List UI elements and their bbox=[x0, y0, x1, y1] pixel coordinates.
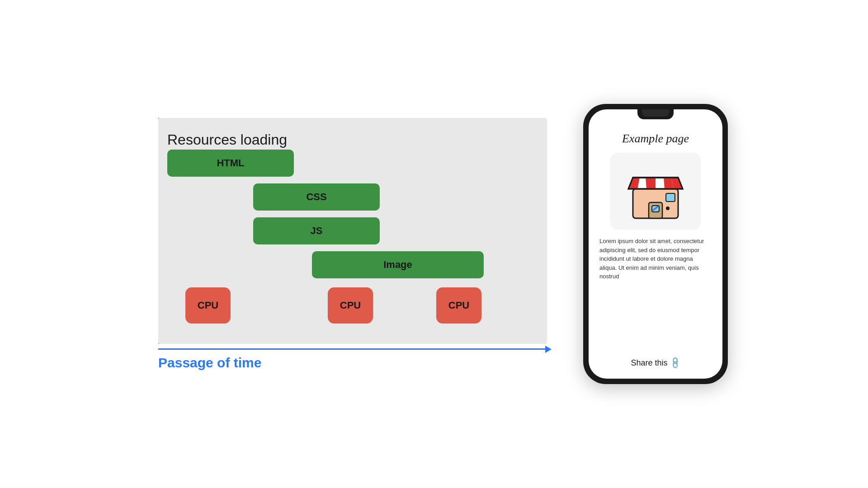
link-icon: 🔗 bbox=[668, 356, 682, 370]
time-axis-line bbox=[158, 348, 547, 350]
time-label: Passage of time bbox=[158, 355, 261, 371]
store-image-card bbox=[610, 153, 701, 230]
js-bar: JS bbox=[253, 217, 380, 244]
svg-point-11 bbox=[666, 206, 670, 210]
store-icon bbox=[626, 160, 685, 223]
css-bar: CSS bbox=[253, 183, 380, 211]
cpu-block-1: CPU bbox=[185, 287, 231, 324]
image-bar: Image bbox=[312, 251, 484, 278]
html-bar: HTML bbox=[167, 150, 294, 177]
chart-area: Resources loading HTML CSS JS Image CPU bbox=[158, 118, 547, 344]
svg-marker-3 bbox=[646, 178, 656, 189]
cpu-block-3: CPU bbox=[436, 287, 481, 324]
chart-title: Resources loading bbox=[167, 131, 529, 148]
cpu-block-2: CPU bbox=[328, 287, 373, 324]
example-page-title: Example page bbox=[622, 132, 689, 145]
time-axis bbox=[158, 348, 547, 350]
share-this-button[interactable]: Share this 🔗 bbox=[631, 358, 680, 368]
svg-rect-10 bbox=[666, 193, 675, 202]
diagram-container: Resources loading HTML CSS JS Image CPU bbox=[140, 118, 547, 371]
phone-notch-inner bbox=[642, 109, 669, 117]
phone-screen: Example page bbox=[589, 109, 722, 379]
lorem-text: Lorem ipsum dolor sit amet, consectetur … bbox=[598, 237, 713, 281]
phone-mockup: Example page bbox=[583, 104, 728, 384]
